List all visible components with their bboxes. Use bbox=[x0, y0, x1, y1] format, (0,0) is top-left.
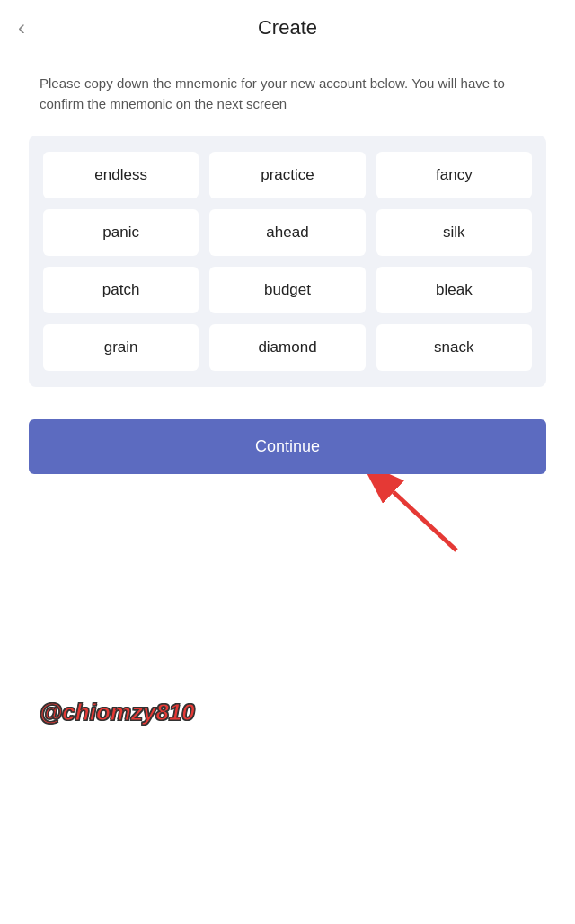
mnemonic-grid: endlesspracticefancypanicaheadsilkpatchb… bbox=[29, 136, 546, 387]
mnemonic-word-2: practice bbox=[209, 152, 365, 198]
watermark: @chiomzy810 bbox=[40, 699, 195, 726]
mnemonic-word-4: panic bbox=[43, 209, 199, 256]
mnemonic-word-9: bleak bbox=[376, 267, 532, 313]
header: ‹ Create bbox=[0, 0, 575, 56]
back-button[interactable]: ‹ bbox=[18, 17, 25, 39]
mnemonic-word-6: silk bbox=[376, 209, 532, 256]
mnemonic-word-7: patch bbox=[43, 267, 199, 313]
page-title: Create bbox=[258, 16, 317, 40]
arrow-indicator bbox=[29, 474, 546, 555]
watermark-text: @chiomzy810 bbox=[40, 699, 195, 726]
mnemonic-word-11: diamond bbox=[209, 324, 365, 371]
mnemonic-word-1: endless bbox=[43, 152, 199, 198]
mnemonic-word-5: ahead bbox=[209, 209, 365, 256]
mnemonic-word-12: snack bbox=[376, 324, 532, 371]
description-text: Please copy down the mnemonic for your n… bbox=[0, 56, 575, 136]
mnemonic-word-3: fancy bbox=[376, 152, 532, 198]
continue-button[interactable]: Continue bbox=[29, 419, 546, 474]
mnemonic-word-10: grain bbox=[43, 324, 199, 371]
arrow-icon bbox=[367, 474, 474, 555]
mnemonic-word-8: budget bbox=[209, 267, 365, 313]
svg-line-1 bbox=[394, 492, 456, 550]
